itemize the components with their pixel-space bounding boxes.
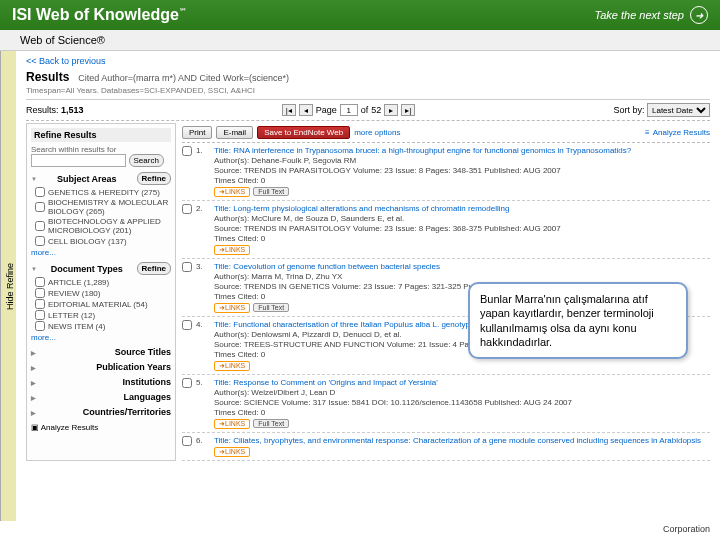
record-checkbox[interactable] bbox=[182, 204, 192, 214]
record-title[interactable]: Title: RNA interference in Trypanosoma b… bbox=[214, 146, 631, 155]
record-authors: Author(s): McClure M, de Souza D, Saunde… bbox=[214, 214, 710, 223]
full-text-button[interactable]: Full Text bbox=[253, 303, 289, 312]
facet-section[interactable]: ▶Countries/Territories bbox=[31, 407, 171, 417]
facet-section[interactable]: ▶Publication Years bbox=[31, 362, 171, 372]
record-number: 3. bbox=[196, 262, 210, 313]
pager: |◂ ◂ Page of 52 ▸ ▸| bbox=[282, 104, 416, 116]
result-count: Results: 1,513 bbox=[26, 105, 84, 115]
page-prev-button[interactable]: ◂ bbox=[299, 104, 313, 116]
result-record: 5.Title: Response to Comment on 'Origins… bbox=[182, 375, 710, 433]
facet-section[interactable]: ▶Institutions bbox=[31, 377, 171, 387]
facet-item[interactable]: BIOTECHNOLOGY & APPLIED MICROBIOLOGY (20… bbox=[35, 217, 171, 235]
record-times-cited: Times Cited: 0 bbox=[214, 408, 710, 417]
results-header: Results Cited Author=(marra m*) AND Cite… bbox=[26, 70, 710, 95]
refine-search-input[interactable] bbox=[31, 154, 126, 167]
record-title[interactable]: Title: Response to Comment on 'Origins a… bbox=[214, 378, 438, 387]
facet-item[interactable]: ARTICLE (1,289) bbox=[35, 277, 171, 287]
facet-item[interactable]: NEWS ITEM (4) bbox=[35, 321, 171, 331]
full-text-button[interactable]: Full Text bbox=[253, 187, 289, 196]
record-source: Source: TRENDS IN PARASITOLOGY Volume: 2… bbox=[214, 166, 710, 175]
print-button[interactable]: Print bbox=[182, 126, 212, 139]
record-title[interactable]: Title: Ciliates, bryophytes, and environ… bbox=[214, 436, 701, 445]
links-button[interactable]: ➜LINKS bbox=[214, 303, 250, 313]
annotation-callout: Bunlar Marra'nın çalışmalarına atıf yapa… bbox=[468, 282, 688, 359]
record-number: 6. bbox=[196, 436, 210, 457]
record-title[interactable]: Title: Long-term physiological alteratio… bbox=[214, 204, 509, 213]
refine-title: Refine Results bbox=[31, 128, 171, 142]
links-button[interactable]: ➜LINKS bbox=[214, 419, 250, 429]
record-authors: Author(s): Marra M, Trina D, Zhu YX bbox=[214, 272, 710, 281]
sort-control: Sort by: Latest Date bbox=[613, 103, 710, 117]
footer-text: Corporation bbox=[663, 524, 710, 534]
refine-search-button[interactable]: Search bbox=[129, 154, 164, 167]
save-endnote-button[interactable]: Save to EndNote Web bbox=[257, 126, 350, 139]
full-text-button[interactable]: Full Text bbox=[253, 419, 289, 428]
links-button[interactable]: ➜LINKS bbox=[214, 187, 250, 197]
record-times-cited: Times Cited: 0 bbox=[214, 234, 710, 243]
refine-sidebar: Refine Results Search within results for… bbox=[26, 123, 176, 461]
record-checkbox[interactable] bbox=[182, 320, 192, 330]
links-button[interactable]: ➜LINKS bbox=[214, 361, 250, 371]
product-tab[interactable]: Web of Science® bbox=[0, 30, 720, 51]
facet-item[interactable]: REVIEW (180) bbox=[35, 288, 171, 298]
sort-select[interactable]: Latest Date bbox=[647, 103, 710, 117]
page-last-button[interactable]: ▸| bbox=[401, 104, 415, 116]
analyze-results-link[interactable]: ≡ Analyze Results bbox=[645, 128, 710, 137]
facet-checkbox[interactable] bbox=[35, 277, 45, 287]
facet-checkbox[interactable] bbox=[35, 187, 45, 197]
email-button[interactable]: E-mail bbox=[216, 126, 253, 139]
facet-section[interactable]: ▶Languages bbox=[31, 392, 171, 402]
facet-checkbox[interactable] bbox=[35, 236, 45, 246]
result-record: 2.Title: Long-term physiological alterat… bbox=[182, 201, 710, 259]
record-times-cited: Times Cited: 0 bbox=[214, 176, 710, 185]
tagline: Take the next step ➜ bbox=[595, 6, 709, 24]
header: ISI Web of Knowledge℠ Take the next step… bbox=[0, 0, 720, 30]
hide-refine-tab[interactable]: Hide Refine bbox=[0, 51, 16, 521]
record-number: 1. bbox=[196, 146, 210, 197]
facet-item[interactable]: EDITORIAL MATERIAL (54) bbox=[35, 299, 171, 309]
facet-checkbox[interactable] bbox=[35, 310, 45, 320]
page-input[interactable] bbox=[340, 104, 358, 116]
facet-checkbox[interactable] bbox=[35, 288, 45, 298]
more-options-link[interactable]: more options bbox=[354, 128, 400, 137]
record-authors: Author(s): Dehane-Foulk P, Segovia RM bbox=[214, 156, 710, 165]
record-authors: Author(s): Welzel/Dibert J, Lean D bbox=[214, 388, 710, 397]
facet-item[interactable]: LETTER (12) bbox=[35, 310, 171, 320]
facet-checkbox[interactable] bbox=[35, 202, 45, 212]
doctypes-more-link[interactable]: more... bbox=[31, 333, 171, 342]
result-record: 1.Title: RNA interference in Trypanosoma… bbox=[182, 143, 710, 201]
facet-item[interactable]: CELL BIOLOGY (137) bbox=[35, 236, 171, 246]
brand-logo: ISI Web of Knowledge℠ bbox=[12, 6, 187, 24]
refine-button-2[interactable]: Refine bbox=[137, 262, 171, 275]
record-number: 5. bbox=[196, 378, 210, 429]
back-link[interactable]: << Back to previous bbox=[26, 56, 106, 66]
record-source: Source: SCIENCE Volume: 317 Issue: 5841 … bbox=[214, 398, 710, 407]
page-first-button[interactable]: |◂ bbox=[282, 104, 296, 116]
record-checkbox[interactable] bbox=[182, 262, 192, 272]
refine-button[interactable]: Refine bbox=[137, 172, 171, 185]
record-number: 4. bbox=[196, 320, 210, 371]
facet-section[interactable]: ▶Source Titles bbox=[31, 347, 171, 357]
facet-item[interactable]: BIOCHEMISTRY & MOLECULAR BIOLOGY (265) bbox=[35, 198, 171, 216]
facet-checkbox[interactable] bbox=[35, 221, 45, 231]
record-title[interactable]: Title: Coevolution of genome function be… bbox=[214, 262, 440, 271]
facet-checkbox[interactable] bbox=[35, 299, 45, 309]
next-step-icon: ➜ bbox=[690, 6, 708, 24]
links-button[interactable]: ➜LINKS bbox=[214, 245, 250, 255]
result-record: 6.Title: Ciliates, bryophytes, and envir… bbox=[182, 433, 710, 461]
record-checkbox[interactable] bbox=[182, 146, 192, 156]
record-checkbox[interactable] bbox=[182, 378, 192, 388]
record-source: Source: TRENDS IN PARASITOLOGY Volume: 2… bbox=[214, 224, 710, 233]
record-checkbox[interactable] bbox=[182, 436, 192, 446]
subjects-more-link[interactable]: more... bbox=[31, 248, 171, 257]
facet-checkbox[interactable] bbox=[35, 321, 45, 331]
facet-item[interactable]: GENETICS & HEREDITY (275) bbox=[35, 187, 171, 197]
links-button[interactable]: ➜LINKS bbox=[214, 447, 250, 457]
record-number: 2. bbox=[196, 204, 210, 255]
page-next-button[interactable]: ▸ bbox=[384, 104, 398, 116]
